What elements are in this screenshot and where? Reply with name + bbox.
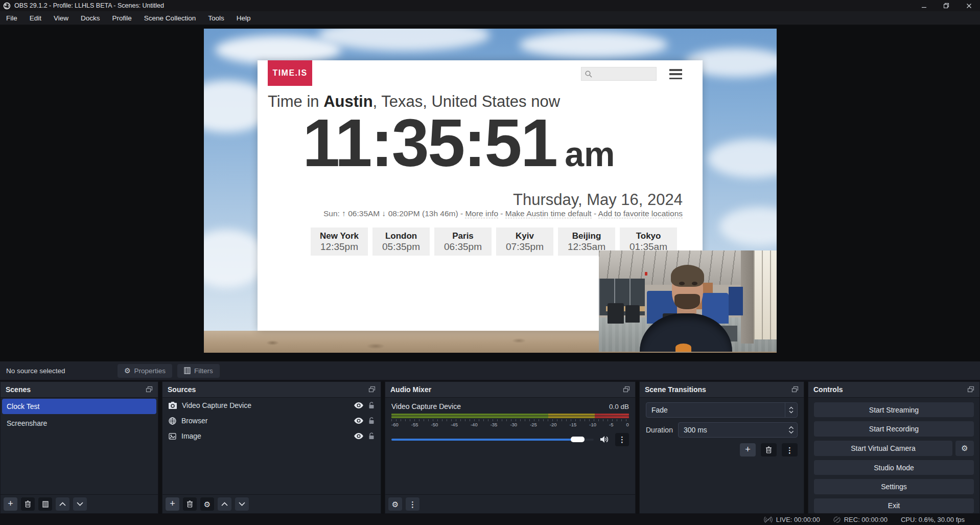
cloud <box>318 29 490 51</box>
audio-mixer-header: Audio Mixer <box>385 382 635 398</box>
menu-item-docks[interactable]: Docks <box>75 11 106 25</box>
properties-button[interactable]: ⚙ Properties <box>118 364 172 378</box>
record-inactive-icon <box>833 516 841 523</box>
spinner-arrows[interactable] <box>785 423 797 437</box>
hoodie-logo <box>675 344 691 352</box>
mixer-menu-button[interactable]: ⋮ <box>406 497 419 511</box>
move-source-up-button[interactable] <box>218 497 231 511</box>
date-display: Thursday, May 16, 2024 <box>513 191 683 209</box>
remove-source-button[interactable] <box>183 497 197 511</box>
source-label: Image <box>181 432 201 440</box>
link-more-info[interactable]: More info <box>465 209 498 218</box>
virtual-camera-config-button[interactable]: ⚙ <box>955 441 974 456</box>
popout-icon[interactable] <box>368 386 376 393</box>
sources-panel-header: Sources <box>162 382 381 398</box>
chevron-up-icon <box>788 426 794 429</box>
link-add-favorite[interactable]: Add to favorite locations <box>598 209 683 218</box>
visibility-eye-icon[interactable] <box>354 418 363 424</box>
city-name: Kyiv <box>496 231 553 241</box>
source-toolbar: No source selected ⚙ Properties Filters <box>0 361 980 381</box>
video-preview[interactable]: TIME.IS Time in Austin, Texas, United St… <box>204 29 777 353</box>
source-properties-button[interactable]: ⚙ <box>200 497 214 511</box>
menu-item-edit[interactable]: Edit <box>24 11 48 25</box>
scene-filters-button[interactable] <box>38 497 52 511</box>
sources-panel: Sources Video Capture Device Browser <box>162 381 381 514</box>
sources-panel-title: Sources <box>168 385 196 394</box>
close-button[interactable] <box>958 0 980 11</box>
scene-item-screenshare[interactable]: Screenshare <box>1 415 158 431</box>
filters-icon <box>42 501 49 508</box>
duration-spinner[interactable]: 300 ms <box>678 422 798 438</box>
menu-item-scene-collection[interactable]: Scene Collection <box>138 11 202 25</box>
db-label: 0 <box>626 422 629 427</box>
transition-menu-button[interactable]: ⋮ <box>782 443 798 456</box>
minimize-button[interactable] <box>913 0 935 11</box>
timeis-logo[interactable]: TIME.IS <box>268 60 312 86</box>
sources-list: Video Capture Device Browser Image <box>162 398 381 494</box>
exit-button[interactable]: Exit <box>814 498 974 513</box>
source-item-video-capture[interactable]: Video Capture Device <box>162 398 381 413</box>
filters-button[interactable]: Filters <box>177 364 220 378</box>
scene-item-clock-test[interactable]: Clock Test <box>2 399 156 414</box>
audio-mixer-title: Audio Mixer <box>390 385 431 394</box>
webcam-overlay[interactable] <box>599 250 777 352</box>
volume-slider[interactable] <box>391 439 594 441</box>
city-card-london[interactable]: London05:35pm <box>372 227 430 256</box>
lock-icon[interactable] <box>368 417 375 424</box>
popout-icon[interactable] <box>146 386 153 393</box>
menu-item-view[interactable]: View <box>48 11 75 25</box>
channel-menu-button[interactable]: ⋮ <box>615 433 629 446</box>
move-source-down-button[interactable] <box>235 497 249 511</box>
source-item-image[interactable]: Image <box>162 428 381 444</box>
settings-button[interactable]: Settings <box>814 479 974 494</box>
city-card-new-york[interactable]: New York12:35pm <box>311 227 368 256</box>
add-transition-button[interactable]: + <box>740 443 756 456</box>
move-scene-up-button[interactable] <box>56 497 69 511</box>
transition-select[interactable]: Fade <box>646 402 798 418</box>
source-status-text: No source selected <box>6 367 118 375</box>
popout-icon[interactable] <box>623 386 630 393</box>
speaker-icon[interactable] <box>600 436 610 443</box>
title-bar: OBS 29.1.2 - Profile: LLHLS BETA - Scene… <box>0 0 980 11</box>
db-label: -45 <box>451 422 458 427</box>
globe-icon <box>169 417 176 425</box>
plus-icon: + <box>170 499 175 508</box>
start-streaming-button[interactable]: Start Streaming <box>814 402 974 417</box>
start-virtual-camera-button[interactable]: Start Virtual Camera <box>814 441 952 456</box>
restore-button[interactable] <box>935 0 958 11</box>
move-scene-down-button[interactable] <box>73 497 87 511</box>
remove-transition-button[interactable] <box>761 443 777 456</box>
visibility-eye-icon[interactable] <box>354 433 363 439</box>
preview-canvas[interactable]: TIME.IS Time in Austin, Texas, United St… <box>0 25 980 361</box>
add-scene-button[interactable]: + <box>4 497 17 511</box>
volume-slider-handle[interactable] <box>571 437 585 442</box>
source-item-browser[interactable]: Browser <box>162 413 381 428</box>
city-card-kyiv[interactable]: Kyiv07:35pm <box>496 227 553 256</box>
city-name: New York <box>311 231 368 241</box>
city-time: 05:35pm <box>372 241 430 253</box>
menu-item-profile[interactable]: Profile <box>106 11 138 25</box>
lock-icon[interactable] <box>368 432 375 440</box>
mixer-toolbar: ⚙ ⋮ <box>385 494 635 513</box>
sun-times: Sun: ↑ 06:35AM ↓ 08:20PM (13h 46m) - <box>323 209 465 218</box>
menu-item-tools[interactable]: Tools <box>202 11 230 25</box>
visibility-eye-icon[interactable] <box>354 402 363 408</box>
link-make-default[interactable]: Make Austin time default <box>505 209 592 218</box>
lock-icon[interactable] <box>368 402 375 409</box>
person-eye <box>692 282 697 285</box>
remove-scene-button[interactable] <box>21 497 35 511</box>
advanced-audio-button[interactable]: ⚙ <box>388 497 402 511</box>
cloud <box>719 207 777 246</box>
popout-icon[interactable] <box>967 386 974 393</box>
studio-mode-button[interactable]: Studio Mode <box>814 460 974 475</box>
menu-item-file[interactable]: File <box>0 11 24 25</box>
dock-panels: Scenes Clock Test Screenshare + <box>0 381 980 514</box>
menu-item-help[interactable]: Help <box>230 11 257 25</box>
city-card-paris[interactable]: Paris06:35pm <box>434 227 492 256</box>
scenes-toolbar: + <box>1 494 158 513</box>
start-recording-button[interactable]: Start Recording <box>814 421 974 436</box>
add-source-button[interactable]: + <box>166 497 179 511</box>
popout-icon[interactable] <box>791 386 799 393</box>
hamburger-menu-icon[interactable] <box>669 69 682 79</box>
search-input[interactable] <box>581 67 657 81</box>
